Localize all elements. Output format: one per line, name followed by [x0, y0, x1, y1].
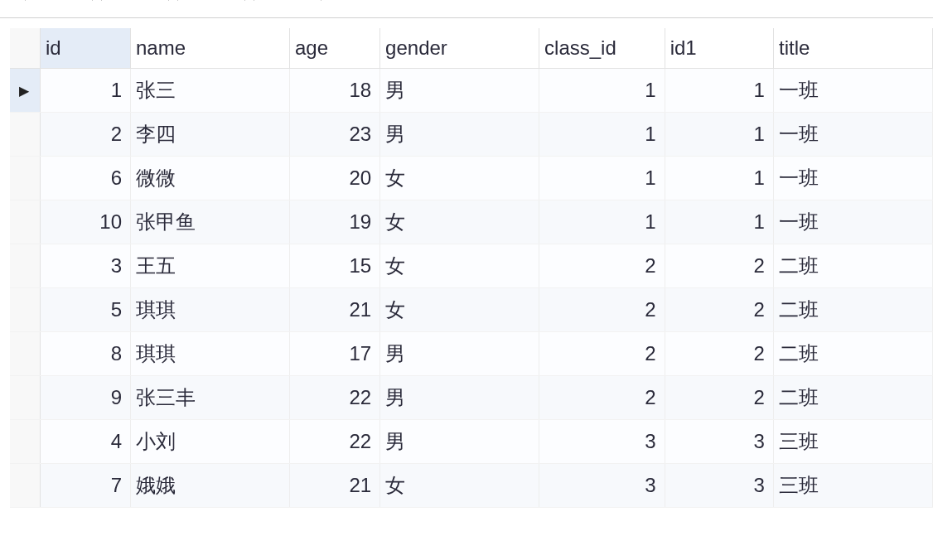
cell-age[interactable]: 21: [289, 288, 379, 332]
table-row[interactable]: 8琪琪17男22二班: [10, 332, 933, 376]
cell-title[interactable]: 一班: [773, 157, 932, 200]
cell-gender[interactable]: 女: [380, 200, 539, 244]
cell-class_id[interactable]: 2: [539, 288, 665, 332]
column-header-gender[interactable]: gender: [380, 28, 539, 69]
cell-name[interactable]: 王五: [131, 244, 290, 288]
cell-age[interactable]: 21: [289, 464, 379, 508]
cell-title[interactable]: 一班: [773, 113, 932, 157]
cell-name[interactable]: 娥娥: [131, 464, 290, 508]
cell-age[interactable]: 22: [289, 420, 379, 464]
cell-class_id[interactable]: 3: [539, 464, 665, 508]
tab-result[interactable]: 结果: [101, 0, 169, 1]
cell-title[interactable]: 二班: [773, 244, 932, 288]
cell-age[interactable]: 15: [289, 244, 379, 288]
cell-id[interactable]: 3: [40, 244, 130, 288]
cell-class_id[interactable]: 1: [539, 200, 665, 244]
cell-name[interactable]: 张三: [131, 69, 290, 113]
cell-title[interactable]: 三班: [773, 464, 932, 508]
cell-id1[interactable]: 2: [665, 288, 773, 332]
cell-name[interactable]: 李四: [131, 113, 290, 157]
cell-class_id[interactable]: 2: [539, 332, 665, 376]
cell-id1[interactable]: 2: [665, 244, 773, 288]
cell-gender[interactable]: 男: [380, 113, 539, 157]
cell-name[interactable]: 张甲鱼: [131, 200, 290, 244]
cell-gender[interactable]: 男: [380, 332, 539, 376]
table-row[interactable]: 4小刘22男33三班: [10, 420, 933, 464]
cell-id1[interactable]: 1: [665, 113, 773, 157]
cell-age[interactable]: 18: [289, 69, 379, 113]
column-header-id[interactable]: id: [40, 28, 130, 69]
cell-id1[interactable]: 2: [665, 332, 773, 376]
cell-gender[interactable]: 男: [380, 376, 539, 420]
cell-gender[interactable]: 男: [380, 69, 539, 113]
cell-id1[interactable]: 2: [665, 376, 773, 420]
cell-age[interactable]: 22: [289, 376, 379, 420]
cell-title[interactable]: 三班: [773, 420, 932, 464]
cell-id1[interactable]: 1: [665, 157, 773, 200]
cell-name[interactable]: 小刘: [131, 420, 290, 464]
cell-id1[interactable]: 1: [665, 200, 773, 244]
cell-class_id[interactable]: 1: [539, 113, 665, 157]
cell-id[interactable]: 5: [40, 288, 130, 332]
column-header-age[interactable]: age: [289, 28, 379, 69]
cell-id1[interactable]: 3: [665, 464, 773, 508]
column-header-title[interactable]: title: [773, 28, 932, 69]
tab-status[interactable]: 状态: [254, 0, 321, 1]
cell-title[interactable]: 二班: [773, 288, 932, 332]
cell-class_id[interactable]: 2: [539, 376, 665, 420]
cell-gender[interactable]: 女: [380, 288, 539, 332]
cell-id1[interactable]: 1: [665, 69, 773, 113]
cell-name[interactable]: 琪琪: [131, 332, 290, 376]
row-gutter[interactable]: [10, 113, 40, 157]
table-row[interactable]: ▶1张三18男11一班: [10, 69, 933, 113]
cell-class_id[interactable]: 1: [539, 69, 665, 113]
cell-id[interactable]: 6: [40, 157, 130, 200]
cell-title[interactable]: 一班: [773, 200, 932, 244]
cell-class_id[interactable]: 2: [539, 244, 665, 288]
tab-overview[interactable]: 概况: [177, 0, 245, 1]
cell-id[interactable]: 4: [40, 420, 130, 464]
column-header-id1[interactable]: id1: [665, 28, 773, 69]
cell-age[interactable]: 17: [289, 332, 379, 376]
tab-info[interactable]: 信息: [25, 0, 93, 1]
cell-gender[interactable]: 女: [380, 244, 539, 288]
row-gutter[interactable]: [10, 420, 40, 464]
row-gutter[interactable]: [10, 376, 40, 420]
column-header-class-id[interactable]: class_id: [539, 28, 665, 69]
table-row[interactable]: 10张甲鱼19女11一班: [10, 200, 933, 244]
cell-age[interactable]: 23: [289, 113, 379, 157]
cell-gender[interactable]: 女: [380, 464, 539, 508]
row-gutter[interactable]: [10, 244, 40, 288]
cell-id[interactable]: 9: [40, 376, 130, 420]
cell-id[interactable]: 7: [40, 464, 130, 508]
row-gutter[interactable]: [10, 200, 40, 244]
cell-id[interactable]: 8: [40, 332, 130, 376]
table-row[interactable]: 5琪琪21女22二班: [10, 288, 933, 332]
row-gutter[interactable]: ▶: [10, 69, 40, 113]
cell-title[interactable]: 一班: [773, 69, 932, 113]
cell-name[interactable]: 琪琪: [131, 288, 290, 332]
row-gutter[interactable]: [10, 157, 40, 200]
cell-id1[interactable]: 3: [665, 420, 773, 464]
column-header-name[interactable]: name: [131, 28, 290, 69]
cell-name[interactable]: 张三丰: [131, 376, 290, 420]
table-row[interactable]: 2李四23男11一班: [10, 113, 933, 157]
cell-gender[interactable]: 男: [380, 420, 539, 464]
cell-title[interactable]: 二班: [773, 332, 932, 376]
table-row[interactable]: 9张三丰22男22二班: [10, 376, 933, 420]
cell-name[interactable]: 微微: [131, 157, 290, 200]
cell-class_id[interactable]: 1: [539, 157, 665, 200]
cell-class_id[interactable]: 3: [539, 420, 665, 464]
cell-title[interactable]: 二班: [773, 376, 932, 420]
table-row[interactable]: 6微微20女11一班: [10, 157, 933, 200]
cell-id[interactable]: 1: [40, 69, 130, 113]
row-gutter[interactable]: [10, 288, 40, 332]
cell-age[interactable]: 19: [289, 200, 379, 244]
table-row[interactable]: 3王五15女22二班: [10, 244, 933, 288]
cell-gender[interactable]: 女: [380, 157, 539, 200]
cell-id[interactable]: 10: [40, 200, 130, 244]
table-row[interactable]: 7娥娥21女33三班: [10, 464, 933, 508]
row-gutter[interactable]: [10, 332, 40, 376]
cell-age[interactable]: 20: [289, 157, 379, 200]
cell-id[interactable]: 2: [40, 113, 130, 157]
